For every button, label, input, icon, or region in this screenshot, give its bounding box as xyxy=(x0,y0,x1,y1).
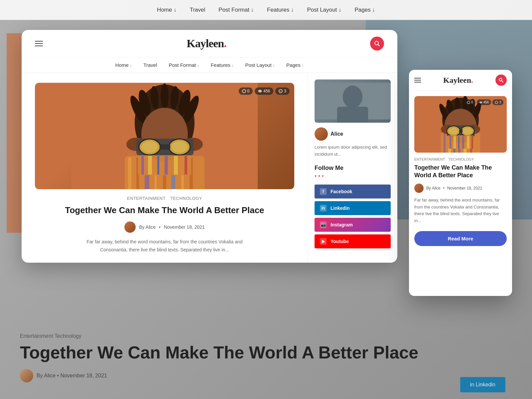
bg-categories: Entertainment Technology xyxy=(20,333,512,339)
follow-dots: • • • xyxy=(315,173,391,180)
main-article: 0 456 + 3 Entertainment Technology Toget… xyxy=(22,73,308,263)
category-technology: Technology xyxy=(170,196,202,201)
mobile-views-badge: 456 xyxy=(477,99,491,105)
mobile-author-row: By Alice • November 18, 2021 xyxy=(414,184,507,193)
category-entertainment: Entertainment xyxy=(127,196,166,201)
linkedin-button[interactable]: in Linkedin xyxy=(315,201,391,215)
comments-badge: 0 xyxy=(239,87,253,95)
mobile-header: Kayleen. xyxy=(409,70,512,91)
svg-rect-39 xyxy=(165,156,168,175)
bg-nav: Home ↓ Travel Post Format ↓ Features ↓ P… xyxy=(0,0,532,20)
svg-rect-36 xyxy=(141,156,144,175)
author-avatar xyxy=(124,221,136,233)
svg-rect-80 xyxy=(467,136,469,149)
svg-rect-34 xyxy=(160,144,170,150)
svg-rect-75 xyxy=(448,135,473,149)
sidebar-author-name: Alice xyxy=(331,131,343,137)
svg-rect-41 xyxy=(185,156,187,175)
views-badge: 456 xyxy=(255,87,273,95)
bg-title: Together We Can Make The World A Better … xyxy=(20,342,512,362)
desktop-nav-travel[interactable]: Travel xyxy=(143,62,157,68)
article-title: Together We Can Make The World A Better … xyxy=(35,205,294,216)
svg-point-82 xyxy=(467,101,470,104)
facebook-icon: f xyxy=(320,188,327,195)
svg-point-73 xyxy=(463,128,472,134)
image-badges: 0 456 + 3 xyxy=(239,87,290,95)
bg-nav-features[interactable]: Features ↓ xyxy=(267,7,294,13)
facebook-label: Facebook xyxy=(331,189,352,194)
follow-me-title: Follow Me xyxy=(315,165,391,172)
mobile-body: 0 456 3 Entertainment Technology Togethe… xyxy=(409,91,512,296)
svg-rect-48 xyxy=(337,107,368,123)
mobile-logo: Kayleen. xyxy=(443,76,473,85)
hamburger-icon[interactable] xyxy=(35,41,43,46)
article-date: November 18, 2021 xyxy=(164,224,205,230)
facebook-button[interactable]: f Facebook xyxy=(315,185,391,199)
desktop-nav-features[interactable]: Features ↓ xyxy=(211,62,234,68)
mobile-article-date: November 18, 2021 xyxy=(447,186,482,191)
desktop-header: Kayleen. xyxy=(22,30,397,58)
mobile-likes-badge: 3 xyxy=(492,99,503,105)
mobile-card: Kayleen. xyxy=(409,70,512,296)
linkedin-label: Linkedin xyxy=(331,205,350,211)
svg-rect-81 xyxy=(471,136,473,149)
mobile-categories: Entertainment Technology xyxy=(414,157,507,161)
bg-nav-postformat[interactable]: Post Format ↓ xyxy=(218,7,254,13)
bg-nav-home[interactable]: Home ↓ xyxy=(157,7,177,13)
instagram-label: Instagram xyxy=(331,222,353,227)
mobile-article-image: 0 456 3 xyxy=(414,96,507,153)
youtube-icon: ▶ xyxy=(320,238,327,245)
mobile-image-badges: 0 456 3 xyxy=(465,99,503,105)
youtube-button[interactable]: ▶ Youtube xyxy=(315,234,391,248)
svg-rect-74 xyxy=(459,129,463,133)
bg-bottom-text: Entertainment Technology Together We Can… xyxy=(0,333,532,382)
instagram-button[interactable]: 📷 Instagram xyxy=(315,218,391,232)
likes-badge: + 3 xyxy=(275,87,290,95)
svg-point-31 xyxy=(142,141,158,153)
svg-rect-76 xyxy=(450,136,451,149)
svg-line-50 xyxy=(502,81,503,82)
mobile-author-name: By Alice xyxy=(426,186,441,191)
article-excerpt: Far far away, behind the word mountains,… xyxy=(78,238,251,254)
svg-rect-77 xyxy=(454,136,456,149)
mobile-author-avatar xyxy=(414,184,424,193)
bg-author-row: By Alice • November 18, 2021 xyxy=(20,369,512,382)
svg-point-83 xyxy=(480,102,481,103)
mobile-comments-badge: 0 xyxy=(465,99,475,105)
svg-point-84 xyxy=(495,101,498,104)
desktop-search-button[interactable] xyxy=(370,37,384,51)
youtube-label: Youtube xyxy=(331,239,349,244)
svg-rect-40 xyxy=(174,156,178,175)
svg-point-71 xyxy=(449,128,458,134)
desktop-logo: Kayleen. xyxy=(187,37,226,50)
desktop-nav-postlayout[interactable]: Post Layout ↓ xyxy=(245,62,275,68)
svg-rect-37 xyxy=(148,156,152,175)
desktop-nav-postformat[interactable]: Post Format ↓ xyxy=(169,62,199,68)
article-image xyxy=(35,83,294,189)
article-author-row: By Alice • November 18, 2021 xyxy=(35,221,294,233)
svg-point-47 xyxy=(343,85,362,108)
svg-rect-10 xyxy=(128,158,131,189)
mobile-search-button[interactable] xyxy=(495,74,507,86)
svg-point-33 xyxy=(172,141,188,153)
bg-nav-travel[interactable]: Travel xyxy=(190,7,205,13)
desktop-nav-home[interactable]: Home ↓ xyxy=(115,62,132,68)
bg-linkedin-button: in Linkedin xyxy=(460,377,506,392)
svg-rect-78 xyxy=(458,136,460,149)
sidebar-avatar xyxy=(315,127,328,141)
author-dot: • xyxy=(159,224,161,230)
mobile-author-dot: • xyxy=(443,186,445,191)
bg-nav-postlayout[interactable]: Post Layout ↓ xyxy=(307,7,341,13)
sidebar-author-wrap: Alice xyxy=(315,127,391,141)
svg-point-43 xyxy=(259,90,261,92)
bg-author: By Alice • November 18, 2021 xyxy=(37,373,107,379)
desktop-nav-pages[interactable]: Pages ↓ xyxy=(286,62,304,68)
read-more-button[interactable]: Read More xyxy=(414,231,507,246)
article-categories: Entertainment Technology xyxy=(35,196,294,201)
svg-text:+: + xyxy=(280,90,281,92)
bg-nav-pages[interactable]: Pages ↓ xyxy=(354,7,375,13)
mobile-hamburger-icon[interactable] xyxy=(414,78,421,82)
svg-point-21 xyxy=(161,83,169,109)
sidebar: Alice Lorem ipsum dolor adipiscing elit,… xyxy=(308,73,397,263)
mobile-category-entertainment: Entertainment xyxy=(414,157,445,161)
